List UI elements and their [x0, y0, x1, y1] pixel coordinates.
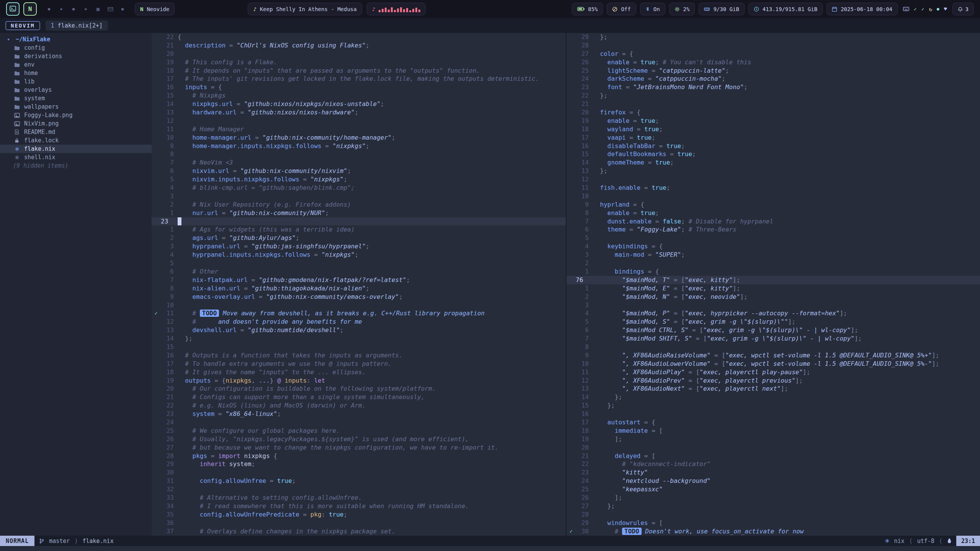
- code-line[interactable]: 24 "nextcloud --background": [567, 477, 980, 485]
- code-line[interactable]: 29 windowrules = [: [567, 519, 980, 527]
- code-line[interactable]: 32: [152, 485, 566, 494]
- tree-item-derivations[interactable]: derivations: [0, 52, 152, 60]
- code-line[interactable]: 26 enable = true; # You can't disable th…: [567, 58, 980, 67]
- terminal-launcher[interactable]: [6, 2, 20, 16]
- code-line[interactable]: 21 description = "ChUrl's NixOS config u…: [152, 41, 566, 50]
- tree-item-lib[interactable]: lib: [0, 77, 152, 86]
- code-line[interactable]: 14 };: [152, 334, 566, 343]
- check-tray-icon[interactable]: ✓: [921, 6, 924, 12]
- code-line[interactable]: 26 # Usually, "nixpkgs.legacyPackages.${…: [152, 435, 566, 443]
- code-line[interactable]: 17 # To handle extra arguments we use th…: [152, 360, 566, 368]
- tree-item-home[interactable]: home: [0, 69, 152, 77]
- code-line[interactable]: 11 ", XF86AudioPlay" = ["exec, playerctl…: [567, 368, 980, 377]
- code-line[interactable]: 7 "$mainMod SHIFT, S" = ["exec, grim -g …: [567, 334, 980, 343]
- dot-tray-icon[interactable]: ●: [937, 7, 939, 11]
- code-line[interactable]: 7 nix-flatpak.url = "github:gmodena/nix-…: [152, 276, 566, 284]
- neovide-launcher[interactable]: N: [23, 2, 37, 16]
- ram-status[interactable]: 9/30 GiB: [699, 3, 744, 15]
- code-line[interactable]: 24: [152, 418, 566, 427]
- code-line[interactable]: 25 lightScheme = "catppuccin-latte";: [567, 67, 980, 75]
- code-line[interactable]: 24 darkScheme = "catppuccin-mocha";: [567, 75, 980, 83]
- code-line[interactable]: 1 nur.url = "github:nix-community/NUR";: [152, 209, 566, 217]
- active-window-title[interactable]: N Neovide: [135, 3, 175, 15]
- code-line[interactable]: 8 nix-alien.url = "github:thiagokokada/n…: [152, 284, 566, 293]
- code-line[interactable]: 5 nixvim.inputs.nixpkgs.follows = "nixpk…: [152, 175, 566, 184]
- code-line[interactable]: 8 enable = true;: [567, 209, 980, 217]
- code-line[interactable]: 27 };: [567, 502, 980, 510]
- workspace-4-square-icon[interactable]: ▪: [58, 7, 64, 11]
- editor-window-left[interactable]: 22{21 description = "ChUrl's NixOS confi…: [152, 33, 566, 536]
- code-line[interactable]: 6 "$mainMod CTRL, S" = ["exec, grim -g \…: [567, 326, 980, 334]
- code-line[interactable]: 21 # Configs can support more than a sin…: [152, 393, 566, 401]
- code-line[interactable]: 20: [567, 443, 980, 452]
- tree-item--nixflake[interactable]: ▾~/NixFlake: [0, 35, 152, 44]
- code-line[interactable]: 4 # blink-cmp.url = "github:saghen/blink…: [152, 184, 566, 192]
- code-line[interactable]: 21 delayed = [: [567, 452, 980, 460]
- code-line[interactable]: 22 # "kdeconnect-indicator": [567, 460, 980, 468]
- code-line[interactable]: 27 color = {: [567, 50, 980, 58]
- workspace-5-circle-icon[interactable]: ●: [70, 7, 77, 11]
- code-line[interactable]: 14 };: [567, 393, 980, 401]
- code-line[interactable]: 16 disableTabBar = true;: [567, 142, 980, 150]
- code-line[interactable]: 18 immediate = [: [567, 427, 980, 435]
- gear-status[interactable]: 2%: [669, 3, 695, 15]
- code-line[interactable]: 12 # and doesn't provide any benefits fo…: [152, 318, 566, 326]
- keyboard-tray-icon[interactable]: [903, 7, 909, 11]
- workspace-9-circle-icon[interactable]: ●: [119, 7, 126, 11]
- code-line[interactable]: 28: [567, 510, 980, 519]
- tree-item-system[interactable]: system: [0, 94, 152, 103]
- code-line[interactable]: 33 # Alternative to setting config.allow…: [152, 494, 566, 502]
- code-line[interactable]: 28 pkgs = import nixpkgs {: [152, 452, 566, 460]
- code-line[interactable]: 2 ags.url = "github:Aylur/ags";: [152, 234, 566, 242]
- code-line[interactable]: 25 "keepassxc": [567, 485, 980, 494]
- code-line[interactable]: 18 # It depends on "inputs" that are pas…: [152, 67, 566, 75]
- code-line[interactable]: 22 # e.g. NixOS (linux) and MacOS (darwi…: [152, 401, 566, 410]
- code-line[interactable]: 8: [567, 343, 980, 351]
- code-line[interactable]: 26 ];: [567, 494, 980, 502]
- code-line[interactable]: 7 dunst.enable = false; # Disable for hy…: [567, 217, 980, 226]
- tree-item-flake.nix[interactable]: flake.nix: [0, 145, 152, 153]
- code-line[interactable]: 25 # We configure our global packages he…: [152, 427, 566, 435]
- code-line[interactable]: 23 font = "JetBrainsMono Nerd Font Mono"…: [567, 83, 980, 91]
- code-line[interactable]: 1 # Ags for widgets (this was a terrible…: [152, 225, 566, 234]
- code-line[interactable]: 76 "$mainMod, T" = ["exec, kitty"];: [567, 276, 980, 284]
- code-line[interactable]: 3 hyprpanel.url = "github:jas-singhfsu/h…: [152, 242, 566, 251]
- code-line[interactable]: 5: [567, 234, 980, 242]
- code-line[interactable]: 36: [152, 519, 566, 527]
- code-line[interactable]: 4 keybindings = {: [567, 242, 980, 251]
- code-line[interactable]: 29 inherit system;: [152, 460, 566, 468]
- code-line[interactable]: 13 };: [567, 167, 980, 175]
- code-line[interactable]: 31 config.allowUnfree = true;: [152, 477, 566, 485]
- code-line[interactable]: 37 # Overlays define changes in the nixp…: [152, 527, 566, 536]
- code-line[interactable]: 10 home-manager.url = "github:nix-commun…: [152, 134, 566, 142]
- code-line[interactable]: 17 vaapi = true;: [567, 134, 980, 142]
- code-line[interactable]: 13 devshell.url = "github:numtide/devshe…: [152, 326, 566, 334]
- battery-status[interactable]: 85%: [572, 3, 603, 15]
- code-line[interactable]: 20: [152, 50, 566, 58]
- workspace-7-grid-icon[interactable]: ▦: [95, 6, 101, 12]
- tree-item-readme.md[interactable]: README.md: [0, 128, 152, 136]
- code-line[interactable]: 1 "$mainMod, E" = ["exec, kitty"];: [567, 284, 980, 293]
- code-line[interactable]: 23 "kitty": [567, 468, 980, 477]
- code-line[interactable]: 1 bindings = {: [567, 267, 980, 276]
- code-line[interactable]: 15 defaultBookmarks = true;: [567, 150, 980, 158]
- code-line[interactable]: 2: [567, 259, 980, 267]
- code-line[interactable]: 4 hyprpanel.inputs.nixpkgs.follows = "ni…: [152, 251, 566, 259]
- code-line[interactable]: 9 home-manager.inputs.nixpkgs.follows = …: [152, 142, 566, 150]
- code-line[interactable]: 23 system = "x86_64-linux";: [152, 410, 566, 418]
- tree-item-env[interactable]: env: [0, 60, 152, 69]
- code-line[interactable]: 14 gnomeTheme = true;: [567, 158, 980, 167]
- code-line[interactable]: 6 theme = "Foggy-Lake"; # Three-Bears: [567, 225, 980, 234]
- code-line[interactable]: 4 "$mainMod, P" = ["exec, hyprpicker --a…: [567, 309, 980, 318]
- code-line[interactable]: 27 # but because we want to change the n…: [152, 443, 566, 452]
- tree-item-nixvim.png[interactable]: NixVim.png: [0, 119, 152, 128]
- music-player-title[interactable]: ♪ Keep Shelly In Athens - Medusa: [248, 3, 362, 15]
- code-line[interactable]: 19 # This config is a Flake.: [152, 58, 566, 67]
- tree-item-overlays[interactable]: overlays: [0, 86, 152, 94]
- code-line[interactable]: 18 # It gives the name "inputs" to the .…: [152, 368, 566, 377]
- code-line[interactable]: 15: [152, 343, 566, 351]
- tree-item-config[interactable]: config: [0, 44, 152, 52]
- code-line[interactable]: 10 ", XF86AudioLowerVolume" = ["exec, wp…: [567, 360, 980, 368]
- code-line[interactable]: 28: [567, 41, 980, 50]
- code-line[interactable]: ✓30 # TODO Doesn't work, use focus_on_ac…: [567, 527, 980, 536]
